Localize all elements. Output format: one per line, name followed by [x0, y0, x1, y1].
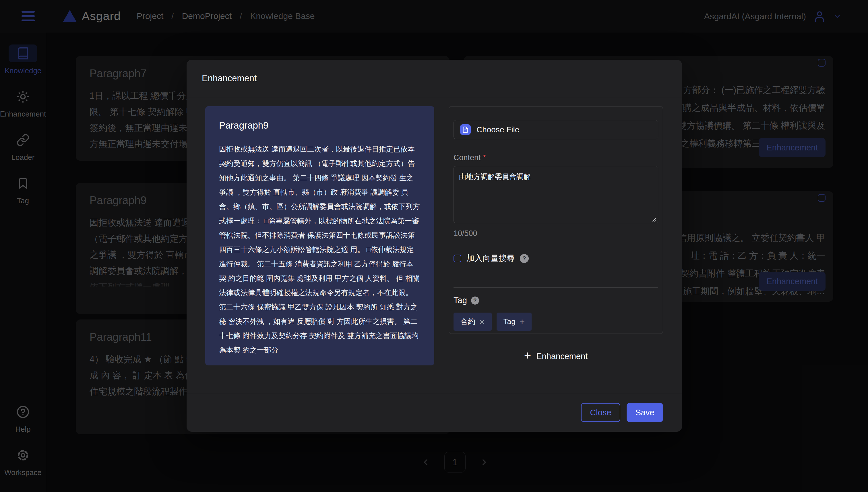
tag-chip-label: 合約: [461, 317, 475, 327]
enhancement-form-panel: Choose File Content* 由地方調解委員會調解 10/500 加…: [449, 106, 663, 334]
add-enhancement-button[interactable]: + Enhancement: [449, 349, 663, 364]
tag-section-label: Tag: [453, 296, 467, 305]
tag-section-header: Tag ?: [453, 296, 658, 305]
add-tag-label: Tag: [503, 317, 516, 326]
content-textarea[interactable]: 由地方調解委員會調解: [453, 166, 658, 223]
vector-search-label: 加入向量搜尋: [466, 253, 515, 264]
help-circle-icon[interactable]: ?: [520, 254, 529, 263]
tag-chip-row: 合約 × Tag +: [453, 313, 658, 331]
paragraph-panel-text: 因拒收或無法送 達而遭退回二次者，以最後退件日推定已依本契約受通知，雙方仍宜以簡…: [219, 142, 421, 357]
choose-file-button[interactable]: Choose File: [453, 120, 658, 139]
vector-search-checkbox[interactable]: [453, 254, 461, 262]
plus-icon: +: [524, 350, 531, 362]
add-tag-button[interactable]: Tag +: [497, 313, 532, 331]
modal-footer: Close Save: [187, 393, 682, 432]
paragraph-panel-title: Paragraph9: [219, 120, 421, 131]
add-enhancement-label: Enhancement: [536, 352, 588, 361]
tag-chip[interactable]: 合約 ×: [453, 313, 492, 331]
char-counter: 10/500: [453, 229, 658, 238]
content-field-label: Content*: [453, 153, 658, 162]
choose-file-label: Choose File: [476, 125, 519, 134]
close-button[interactable]: Close: [581, 403, 620, 422]
required-asterisk: *: [483, 153, 486, 162]
help-circle-icon[interactable]: ?: [471, 297, 479, 304]
enhancement-modal: Enhancement Paragraph9 因拒收或無法送 達而遭退回二次者，…: [187, 60, 682, 432]
save-button[interactable]: Save: [627, 403, 663, 422]
form-divider: [453, 287, 658, 288]
modal-header: Enhancement: [187, 60, 682, 97]
file-icon: [460, 124, 471, 135]
modal-title: Enhancement: [202, 73, 256, 83]
plus-icon: +: [520, 317, 525, 326]
remove-tag-icon[interactable]: ×: [479, 317, 485, 326]
paragraph-panel: Paragraph9 因拒收或無法送 達而遭退回二次者，以最後退件日推定已依本契…: [205, 106, 434, 365]
app-root: Asgard Project / DemoProject / Knowledge…: [0, 0, 868, 492]
vector-search-row: 加入向量搜尋 ?: [453, 253, 658, 264]
